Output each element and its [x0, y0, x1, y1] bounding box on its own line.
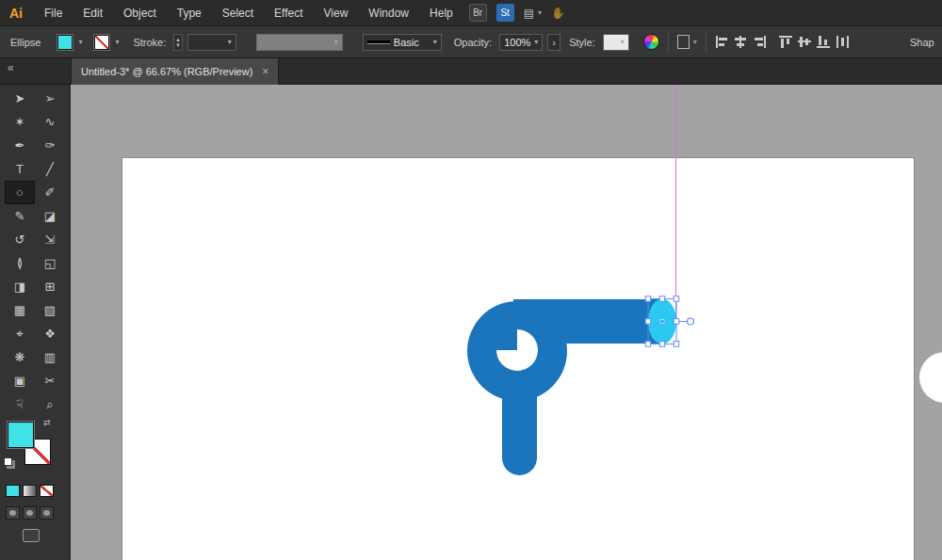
center-point[interactable]: [660, 320, 664, 324]
stroke-weight-stepper[interactable]: ▴ ▾: [173, 34, 183, 51]
chevron-down-icon[interactable]: ▾: [115, 38, 119, 46]
tab-close-icon[interactable]: ×: [262, 65, 268, 78]
swap-fill-stroke-icon[interactable]: ⇄: [43, 418, 51, 427]
opacity-label[interactable]: Opacity:: [454, 37, 492, 48]
direct-selection-tool[interactable]: ➢: [35, 87, 65, 110]
width-tool[interactable]: ≬: [5, 251, 35, 275]
pen-tool[interactable]: ✒: [5, 134, 35, 157]
free-transform-tool[interactable]: ◱: [35, 251, 65, 275]
brush-definition-combo[interactable]: ▾: [256, 34, 343, 51]
default-fill-stroke-icon[interactable]: [4, 457, 12, 466]
handle-nw[interactable]: [645, 296, 651, 302]
artwork-layer: [71, 85, 942, 560]
shape-panel-label[interactable]: Shap: [910, 37, 934, 48]
draw-normal-button[interactable]: [6, 506, 20, 520]
shape-builder-tool[interactable]: ◨: [5, 275, 35, 298]
fill-color-swatch[interactable]: [57, 35, 73, 50]
arrange-documents-icon[interactable]: ▤ ▾: [524, 7, 542, 20]
slice-tool[interactable]: ✂: [35, 369, 65, 392]
context-label: Ellipse: [10, 37, 41, 48]
blend-tool[interactable]: ❖: [35, 322, 65, 345]
canvas[interactable]: [71, 85, 942, 560]
eraser-tool[interactable]: ◪: [35, 204, 65, 228]
line-segment-tool[interactable]: ╱: [35, 157, 65, 181]
handle-w[interactable]: [645, 319, 651, 325]
mesh-tool[interactable]: ▦: [5, 298, 35, 322]
zoom-tool[interactable]: ⌕: [35, 392, 65, 416]
draw-inside-button[interactable]: [40, 506, 54, 520]
stock-button[interactable]: St: [496, 4, 514, 22]
menu-object[interactable]: Object: [113, 0, 167, 26]
magic-wand-tool[interactable]: ✶: [5, 110, 35, 134]
align-bottom-icon[interactable]: [817, 36, 831, 48]
document-setup-icon[interactable]: ▾: [677, 35, 697, 49]
handle-s[interactable]: [659, 342, 665, 347]
artboard-tool[interactable]: ▣: [5, 369, 35, 392]
panel-collapse-icon[interactable]: «: [8, 61, 14, 74]
handle[interactable]: [502, 358, 537, 475]
gradient-button[interactable]: [23, 485, 37, 497]
eyedropper-tool[interactable]: ⌖: [5, 322, 35, 345]
none-button[interactable]: [40, 485, 54, 497]
document-tab[interactable]: Untitled-3* @ 66.67% (RGB/Preview) ×: [71, 58, 279, 85]
chevron-down-icon: ▾: [433, 38, 437, 46]
pencil-tool[interactable]: ✎: [5, 204, 35, 228]
type-tool[interactable]: T: [5, 157, 35, 181]
white-circle-shape[interactable]: [919, 352, 942, 403]
menu-select[interactable]: Select: [212, 0, 264, 26]
align-right-icon[interactable]: [753, 36, 767, 48]
menu-type[interactable]: Type: [167, 0, 212, 26]
separator: [706, 32, 706, 53]
transparency-panel-button[interactable]: ›: [547, 34, 560, 51]
symbol-sprayer-tool[interactable]: ❋: [5, 345, 35, 369]
handle-n[interactable]: [659, 296, 665, 302]
color-button[interactable]: [6, 485, 20, 497]
stroke-color-swatch[interactable]: [94, 35, 109, 50]
style-label[interactable]: Style:: [569, 37, 595, 48]
hand-tool[interactable]: ☟: [5, 392, 35, 416]
stroke-style-preview: [367, 40, 390, 43]
selection-tool[interactable]: ➤: [5, 87, 35, 110]
chevron-down-icon[interactable]: ▾: [78, 38, 82, 46]
curvature-tool[interactable]: ✑: [35, 134, 65, 157]
draw-behind-button[interactable]: [23, 506, 37, 520]
opacity-combo[interactable]: 100% ▾: [499, 34, 543, 51]
menu-edit[interactable]: Edit: [73, 0, 113, 26]
menu-file[interactable]: File: [34, 0, 73, 26]
scale-tool[interactable]: ⇲: [35, 228, 65, 251]
rotate-tool[interactable]: ↺: [5, 228, 35, 251]
touch-workspace-icon[interactable]: ✋: [551, 7, 565, 20]
menu-effect[interactable]: Effect: [264, 0, 313, 26]
ellipse-widget-handle[interactable]: [688, 318, 694, 325]
column-graph-tool[interactable]: ▥: [35, 345, 65, 369]
menu-help[interactable]: Help: [419, 0, 463, 26]
align-top-icon[interactable]: [779, 36, 793, 48]
style-combo[interactable]: ▾: [603, 34, 629, 51]
screen-mode-button[interactable]: [23, 529, 40, 542]
perspective-grid-tool[interactable]: ⊞: [35, 275, 65, 298]
menu-view[interactable]: View: [314, 0, 359, 26]
step-down-icon[interactable]: ▾: [176, 42, 180, 48]
lasso-tool[interactable]: ∿: [35, 110, 65, 134]
bridge-button[interactable]: Br: [469, 4, 487, 22]
align-center-icon[interactable]: [734, 36, 748, 48]
menu-window[interactable]: Window: [358, 0, 419, 26]
chevron-down-icon: ▾: [621, 38, 625, 46]
align-vcenter-icon[interactable]: [798, 36, 812, 48]
align-left-icon[interactable]: [715, 36, 729, 48]
handle-sw[interactable]: [645, 342, 651, 347]
paintbrush-tool[interactable]: ✐: [35, 181, 65, 204]
gradient-tool[interactable]: ▧: [35, 298, 65, 322]
handle-se[interactable]: [674, 342, 679, 347]
fill-swatch[interactable]: [8, 422, 34, 448]
handle-e[interactable]: [674, 319, 679, 325]
handle-ne[interactable]: [674, 296, 679, 302]
tools-panel: ➤➢✶∿✒✑T╱○✐✎◪↺⇲≬◱◨⊞▦▧⌖❖❋▥▣✂☟⌕ ⇄: [0, 85, 71, 560]
distribute-icon[interactable]: [836, 36, 850, 48]
recolor-artwork-icon[interactable]: [643, 34, 659, 50]
ellipse-tool[interactable]: ○: [5, 181, 35, 204]
stroke-weight-combo[interactable]: ▾: [187, 34, 236, 51]
hairdryer-shape[interactable]: [467, 299, 662, 475]
stroke-weight-label[interactable]: Stroke:: [133, 37, 166, 48]
stroke-style-combo[interactable]: Basic ▾: [363, 34, 442, 51]
